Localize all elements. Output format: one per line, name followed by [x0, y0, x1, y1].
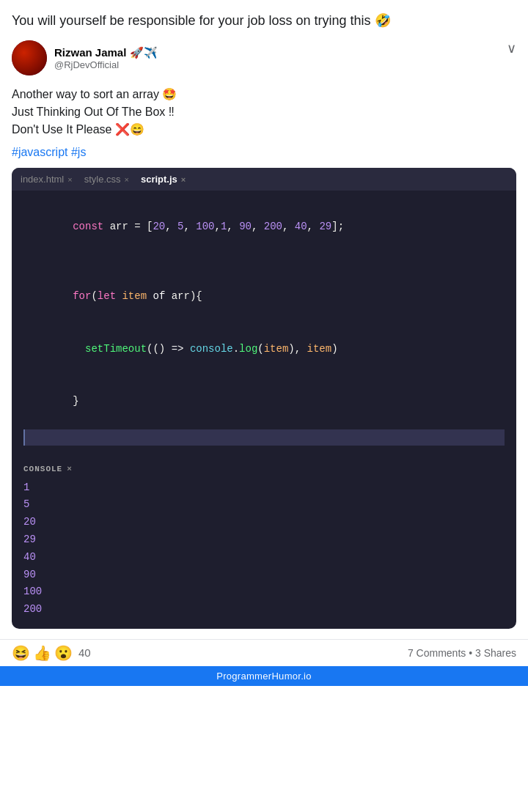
post-body-line1: Another way to sort an array 🤩	[12, 86, 516, 103]
reaction-emoji-wow: 😮	[54, 646, 73, 660]
console-output-4: 29	[23, 531, 505, 549]
console-output-5: 40	[23, 549, 505, 566]
dot-separator: •	[469, 647, 475, 659]
console-output-3: 20	[23, 514, 505, 531]
console-output-2: 5	[23, 496, 505, 514]
console-output-8: 200	[23, 601, 505, 619]
author-name: Rizwan Jamal 🚀✈️	[54, 46, 507, 59]
reactions-right: 7 Comments • 3 Shares	[408, 647, 516, 659]
cursor-line	[23, 429, 505, 446]
author-info: Rizwan Jamal 🚀✈️ @RjDevOfficial	[54, 46, 507, 70]
reaction-emoji-like: 👍	[33, 646, 51, 660]
console-output-7: 100	[23, 583, 505, 601]
avatar	[12, 40, 47, 75]
editor-content: const arr = [20, 5, 100,1, 90, 200, 40, …	[12, 191, 516, 457]
code-line-3: for(let item of arr){	[23, 270, 505, 322]
tab-script-js[interactable]: script.js ×	[141, 174, 186, 185]
tab-index-html-close[interactable]: ×	[67, 175, 72, 184]
hashtags[interactable]: #javascript #js	[12, 146, 516, 159]
console-output-6: 90	[23, 566, 505, 584]
tab-script-js-label: script.js	[141, 174, 177, 185]
console-output: 1 5 20 29 40 90 100 200	[23, 479, 505, 619]
author-handle: @RjDevOfficial	[54, 59, 507, 70]
tab-script-js-close[interactable]: ×	[181, 175, 186, 184]
post-body: Another way to sort an array 🤩 Just Thin…	[12, 86, 516, 139]
editor-tabs: index.html × style.css × script.js ×	[12, 168, 516, 191]
shares-count[interactable]: 3 Shares	[475, 647, 516, 659]
post-title: You will yourself be responsible for you…	[12, 12, 516, 30]
reactions-left: 😆 👍 😮 40	[12, 646, 91, 660]
console-header: CONSOLE ×	[23, 465, 505, 473]
reactions-row: 😆 👍 😮 40 7 Comments • 3 Shares	[0, 639, 528, 666]
tab-style-css[interactable]: style.css ×	[84, 174, 129, 185]
console-label: CONSOLE	[23, 465, 62, 473]
tab-style-css-close[interactable]: ×	[125, 175, 129, 184]
tab-index-html-label: index.html	[21, 174, 64, 185]
code-line-4: setTimeout(() => console.log(item), item…	[23, 323, 505, 375]
console-section: CONSOLE × 1 5 20 29 40 90 100 200	[12, 457, 516, 629]
post-container: You will yourself be responsible for you…	[0, 0, 528, 629]
tab-style-css-label: style.css	[84, 174, 121, 185]
post-body-line3: Don't Use It Please ❌😄	[12, 121, 516, 139]
reaction-count: 40	[78, 646, 91, 659]
code-line-1: const arr = [20, 5, 100,1, 90, 200, 40, …	[23, 201, 505, 253]
author-row: Rizwan Jamal 🚀✈️ @RjDevOfficial ∨	[12, 40, 516, 75]
reaction-emoji-laugh: 😆	[12, 646, 30, 660]
code-editor: index.html × style.css × script.js × con…	[12, 168, 516, 629]
console-output-1: 1	[23, 479, 505, 497]
tab-index-html[interactable]: index.html ×	[21, 174, 73, 185]
cursor-bar	[23, 429, 25, 446]
code-line-5: }	[23, 375, 505, 427]
chevron-down-icon: ∨	[507, 40, 516, 56]
code-line-blank	[23, 254, 505, 271]
watermark: ProgrammerHumor.io	[0, 666, 528, 686]
console-close-icon[interactable]: ×	[67, 465, 73, 473]
comments-count[interactable]: 7 Comments	[408, 647, 466, 659]
post-body-line2: Just Thinking Out Of The Box ‼️	[12, 103, 516, 121]
